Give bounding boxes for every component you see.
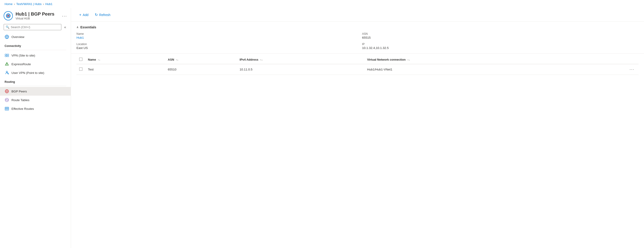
essentials-ip: IP 10.1.32.4,10.1.32.5 bbox=[362, 42, 639, 50]
breadcrumb-hub1[interactable]: Hub1 bbox=[45, 2, 52, 6]
breadcrumb-sep-1: › bbox=[14, 2, 15, 6]
sidebar: Hub1 | BGP Peers Virtual HUB ··· 🔍 « bbox=[0, 8, 71, 248]
bgp-icon bbox=[4, 89, 9, 94]
essentials-header[interactable]: ∧ Essentials bbox=[76, 25, 638, 29]
essentials-location-value: East US bbox=[76, 46, 353, 50]
row-more-button-0[interactable]: ··· bbox=[628, 67, 636, 72]
search-bar: 🔍 « bbox=[0, 22, 71, 32]
table-header-row: Name ↑↓ ASN ↑↓ IPv4 Address ↑↓ Virtual bbox=[76, 55, 638, 64]
essentials-location: Location East US bbox=[76, 42, 353, 50]
row-asn-0: 65510 bbox=[165, 64, 237, 75]
breadcrumb: Home › TestVWAN1 | Hubs › Hub1 bbox=[0, 0, 644, 8]
search-input[interactable] bbox=[11, 25, 59, 29]
sidebar-item-routetables[interactable]: Route Tables bbox=[0, 96, 71, 104]
table-header-checkbox bbox=[76, 55, 85, 64]
hub-title-group: Hub1 | BGP Peers Virtual HUB bbox=[16, 11, 60, 20]
essentials-name: Name Hub1 bbox=[76, 32, 353, 39]
essentials-ip-label: IP bbox=[362, 42, 639, 46]
essentials-title: Essentials bbox=[80, 25, 96, 29]
uservpn-icon bbox=[4, 70, 9, 75]
col-actions bbox=[580, 55, 638, 64]
essentials-asn-label: ASN bbox=[362, 32, 639, 35]
col-vnet[interactable]: Virtual Network connection ↑↓ bbox=[364, 55, 580, 64]
vpn-icon bbox=[4, 53, 9, 58]
bgp-peers-table: Name ↑↓ ASN ↑↓ IPv4 Address ↑↓ Virtual bbox=[76, 55, 638, 75]
row-checkbox-cell-0 bbox=[76, 64, 85, 75]
section-routing: Routing bbox=[0, 77, 71, 85]
hub-title: Hub1 | BGP Peers bbox=[16, 11, 60, 17]
sort-asn-icon: ↑↓ bbox=[176, 58, 178, 61]
breadcrumb-home[interactable]: Home bbox=[4, 2, 12, 6]
svg-rect-10 bbox=[5, 54, 7, 55]
sidebar-item-bgppeers[interactable]: BGP Peers bbox=[0, 87, 71, 96]
essentials-name-value: Hub1 bbox=[76, 36, 353, 39]
connectivity-divider bbox=[4, 50, 66, 50]
sidebar-item-vpn[interactable]: VPN (Site to site) bbox=[0, 51, 71, 60]
col-ipv4[interactable]: IPv4 Address ↑↓ bbox=[237, 55, 364, 64]
sidebar-item-overview-label: Overview bbox=[12, 35, 24, 39]
row-checkbox-0[interactable] bbox=[79, 67, 82, 71]
refresh-label: Refresh bbox=[99, 13, 110, 17]
expressroute-icon bbox=[4, 62, 9, 66]
refresh-button[interactable]: ↻ Refresh bbox=[92, 11, 113, 18]
sidebar-item-bgppeers-label: BGP Peers bbox=[12, 90, 27, 93]
add-icon: + bbox=[79, 13, 81, 17]
sort-name-icon: ↑↓ bbox=[98, 58, 100, 61]
hub-icon bbox=[4, 11, 13, 20]
svg-line-21 bbox=[8, 74, 9, 75]
essentials-asn-value: 65515 bbox=[362, 36, 639, 39]
refresh-icon: ↻ bbox=[95, 12, 98, 17]
table-row: Test 65510 10.11.0.5 Hub1/Hub1-VNet1 ··· bbox=[76, 64, 638, 75]
svg-point-19 bbox=[6, 71, 8, 72]
row-ipv4-0: 10.11.0.5 bbox=[237, 64, 364, 75]
row-name-0: Test bbox=[85, 64, 165, 75]
section-connectivity: Connectivity bbox=[0, 41, 71, 49]
add-button[interactable]: + Add bbox=[76, 11, 91, 18]
sidebar-item-expressroute-label: ExpressRoute bbox=[12, 62, 31, 66]
essentials-name-link[interactable]: Hub1 bbox=[76, 36, 84, 39]
overview-icon bbox=[4, 34, 9, 39]
sidebar-item-effectiveroutes[interactable]: Effective Routes bbox=[0, 104, 71, 113]
sidebar-item-uservpn-label: User VPN (Point to site) bbox=[12, 71, 44, 75]
essentials-chevron: ∧ bbox=[76, 26, 78, 29]
essentials-name-label: Name bbox=[76, 32, 353, 35]
essentials-grid: Name Hub1 ASN 65515 Location East US IP … bbox=[76, 32, 638, 50]
main-content: + Add ↻ Refresh ∧ Essentials Name Hub1 bbox=[71, 8, 644, 248]
col-asn[interactable]: ASN ↑↓ bbox=[165, 55, 237, 64]
sidebar-item-routetables-label: Route Tables bbox=[12, 98, 30, 102]
toolbar: + Add ↻ Refresh bbox=[71, 8, 644, 22]
effectiveroutes-icon bbox=[4, 106, 9, 111]
breadcrumb-testvwan[interactable]: TestVWAN1 | Hubs bbox=[16, 2, 42, 6]
search-icon: 🔍 bbox=[6, 25, 10, 29]
sort-ipv4-icon: ↑↓ bbox=[260, 58, 262, 61]
col-name[interactable]: Name ↑↓ bbox=[85, 55, 165, 64]
select-all-checkbox[interactable] bbox=[79, 58, 82, 61]
sidebar-item-vpn-label: VPN (Site to site) bbox=[12, 54, 35, 57]
essentials-location-label: Location bbox=[76, 42, 353, 46]
breadcrumb-sep-2: › bbox=[43, 2, 44, 6]
svg-rect-11 bbox=[7, 54, 9, 55]
hub-subtitle: Virtual HUB bbox=[16, 17, 60, 20]
search-input-wrap[interactable]: 🔍 bbox=[4, 24, 61, 30]
hub-more-button[interactable]: ··· bbox=[62, 13, 67, 18]
sidebar-item-uservpn[interactable]: User VPN (Point to site) bbox=[0, 68, 71, 77]
collapse-sidebar-button[interactable]: « bbox=[63, 24, 67, 30]
sort-vnet-icon: ↑↓ bbox=[407, 58, 410, 61]
row-vnet-0: Hub1/Hub1-VNet1 bbox=[364, 64, 580, 75]
row-actions-0: ··· bbox=[580, 64, 638, 75]
svg-point-18 bbox=[7, 64, 7, 65]
essentials-section: ∧ Essentials Name Hub1 ASN 65515 Locatio… bbox=[71, 22, 644, 53]
add-label: Add bbox=[83, 13, 88, 17]
essentials-ip-value: 10.1.32.4,10.1.32.5 bbox=[362, 46, 639, 50]
svg-rect-12 bbox=[5, 56, 7, 57]
table-section: Name ↑↓ ASN ↑↓ IPv4 Address ↑↓ Virtual bbox=[71, 55, 644, 75]
hub-header: Hub1 | BGP Peers Virtual HUB ··· bbox=[0, 8, 71, 22]
sidebar-item-effectiveroutes-label: Effective Routes bbox=[12, 107, 34, 110]
sidebar-item-overview[interactable]: Overview bbox=[0, 32, 71, 41]
routetables-icon bbox=[4, 98, 9, 102]
svg-rect-13 bbox=[7, 56, 9, 57]
sidebar-item-expressroute[interactable]: ExpressRoute bbox=[0, 60, 71, 68]
essentials-asn: ASN 65515 bbox=[362, 32, 639, 39]
